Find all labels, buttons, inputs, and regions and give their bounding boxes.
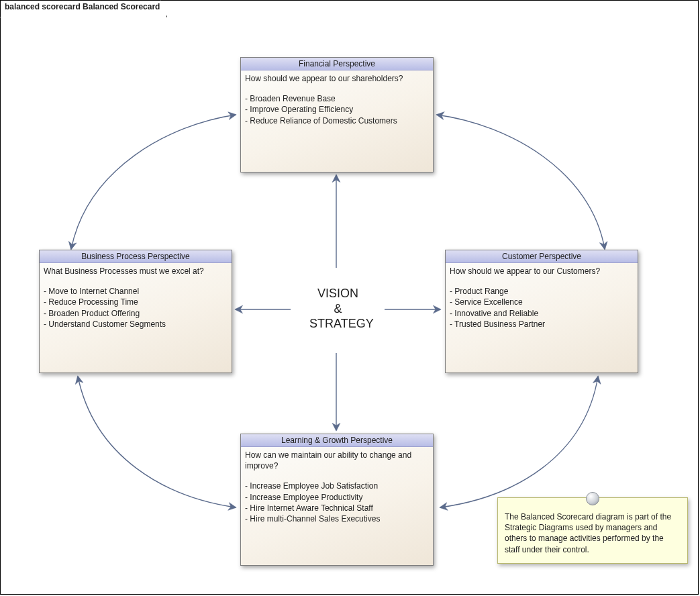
card-learning-title: Learning & Growth Perspective — [241, 434, 433, 447]
card-business-b3: - Broaden Product Offering — [44, 308, 228, 319]
arc-business-learning — [78, 377, 236, 507]
card-customer-b1: - Product Range — [450, 286, 634, 297]
diagram-note[interactable]: The Balanced Scorecard diagram is part o… — [497, 497, 688, 564]
card-business-b1: - Move to Internet Channel — [44, 286, 228, 297]
pin-icon — [586, 492, 599, 505]
card-learning-body: How can we maintain our ability to chang… — [241, 447, 433, 530]
card-customer-b3: - Innovative and Reliable — [450, 308, 634, 319]
card-learning-b1: - Increase Employee Job Satisfaction — [245, 481, 429, 491]
card-financial-b3: - Reduce Reliance of Domestic Customers — [245, 115, 429, 126]
diagram-frame: balanced scorecard Balanced Scorecard — [0, 0, 699, 595]
card-financial-question: How should we appear to our shareholders… — [245, 73, 429, 84]
card-business-body: What Business Processes must we excel at… — [40, 263, 232, 335]
arc-financial-customer — [437, 115, 605, 249]
card-learning-b2: - Increase Employee Productivity — [245, 492, 429, 503]
arc-financial-business — [71, 115, 236, 249]
card-learning[interactable]: Learning & Growth Perspective How can we… — [240, 434, 434, 566]
card-financial-b1: - Broaden Revenue Base — [245, 93, 429, 104]
diagram-canvas: Financial Perspective How should we appe… — [1, 1, 698, 594]
center-line3: STRATEGY — [309, 316, 366, 332]
center-line1: VISION — [309, 286, 366, 301]
card-business-question: What Business Processes must we excel at… — [44, 266, 228, 277]
card-customer[interactable]: Customer Perspective How should we appea… — [445, 250, 638, 373]
card-learning-b3: - Hire Internet Aware Technical Staff — [245, 503, 429, 513]
card-learning-question: How can we maintain our ability to chang… — [245, 450, 429, 471]
card-financial-body: How should we appear to our shareholders… — [241, 70, 433, 132]
note-text: The Balanced Scorecard diagram is part o… — [505, 512, 671, 554]
center-line2: & — [309, 301, 366, 317]
card-customer-b2: - Service Excellence — [450, 297, 634, 307]
card-financial[interactable]: Financial Perspective How should we appe… — [240, 57, 434, 172]
arc-customer-learning — [440, 377, 598, 507]
card-customer-title: Customer Perspective — [446, 250, 638, 263]
card-financial-title: Financial Perspective — [241, 58, 433, 70]
card-customer-question: How should we appear to our Customers? — [450, 266, 634, 277]
card-customer-b4: - Trusted Business Partner — [450, 319, 634, 330]
card-business-b2: - Reduce Processing Time — [44, 297, 228, 307]
card-learning-b4: - Hire multi-Channel Sales Executives — [245, 513, 429, 524]
center-label: VISION & STRATEGY — [309, 286, 366, 332]
card-business-title: Business Process Perspective — [40, 250, 232, 263]
card-business-b4: - Understand Customer Segments — [44, 319, 228, 330]
card-customer-body: How should we appear to our Customers? -… — [446, 263, 638, 335]
card-financial-b2: - Improve Operating Efficiency — [245, 104, 429, 115]
card-business[interactable]: Business Process Perspective What Busine… — [39, 250, 232, 373]
